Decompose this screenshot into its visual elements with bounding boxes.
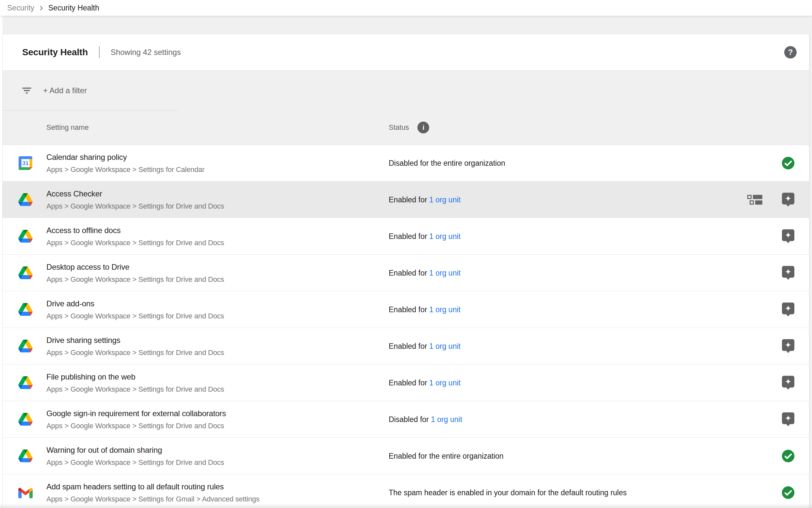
- setting-status: Enabled for 1 org unit: [389, 342, 461, 350]
- status-text: Enabled for: [389, 268, 429, 277]
- filter-bar: + Add a filter: [3, 71, 809, 111]
- chevron-right-icon: ›: [40, 2, 43, 12]
- svg-text:31: 31: [22, 160, 29, 166]
- setting-row[interactable]: Access Checker Apps > Google Workspace >…: [3, 181, 809, 218]
- column-setting-name: Setting name: [46, 123, 89, 132]
- setting-row[interactable]: Drive sharing settings Apps > Google Wor…: [3, 328, 809, 365]
- status-text: Disabled for: [389, 415, 431, 423]
- setting-status: Enabled for 1 org unit: [389, 232, 461, 241]
- setting-name: Drive sharing settings: [46, 336, 120, 345]
- setting-row[interactable]: Add spam headers setting to all default …: [3, 474, 809, 508]
- setting-name: Google sign-in requirement for external …: [46, 409, 226, 418]
- setting-name: Access to offline docs: [46, 226, 121, 235]
- drive-icon: [18, 449, 33, 464]
- title-divider: [99, 46, 100, 58]
- setting-row[interactable]: Google sign-in requirement for external …: [3, 401, 809, 438]
- setting-path: Apps > Google Workspace > Settings for D…: [46, 239, 224, 247]
- setting-name: Calendar sharing policy: [46, 153, 127, 162]
- setting-status: Enabled for the entire organization: [389, 452, 504, 460]
- setting-status: The spam header is enabled in your domai…: [389, 488, 627, 497]
- page-left-gutter: [0, 0, 2, 508]
- setting-row[interactable]: Desktop access to Drive Apps > Google Wo…: [3, 255, 809, 291]
- add-filter-button[interactable]: + Add a filter: [43, 86, 87, 95]
- setting-status: Disabled for the entire organization: [389, 159, 505, 167]
- recommendation-icon[interactable]: [781, 375, 796, 390]
- org-unit-link[interactable]: 1 org unit: [429, 378, 461, 387]
- setting-name: Desktop access to Drive: [46, 262, 129, 272]
- setting-name: Drive add-ons: [46, 299, 94, 308]
- setting-path: Apps > Google Workspace > Settings for D…: [46, 458, 224, 467]
- setting-status: Disabled for 1 org unit: [389, 415, 462, 424]
- table-header: Setting name Status i: [3, 111, 809, 144]
- status-text: Disabled for the entire organization: [389, 159, 505, 167]
- status-text: Enabled for: [389, 232, 429, 240]
- recommendation-icon[interactable]: [781, 265, 796, 280]
- recommendation-icon[interactable]: [781, 229, 796, 244]
- setting-path: Apps > Google Workspace > Settings for C…: [46, 165, 204, 174]
- setting-status: Enabled for 1 org unit: [389, 378, 461, 387]
- setting-status: Enabled for 1 org unit: [389, 305, 461, 314]
- status-text: The spam header is enabled in your domai…: [389, 488, 627, 497]
- drive-icon: [18, 192, 33, 207]
- org-unit-link[interactable]: 1 org unit: [429, 232, 461, 240]
- setting-path: Apps > Google Workspace > Settings for D…: [46, 422, 224, 430]
- drive-icon: [18, 412, 33, 427]
- setting-status: Enabled for 1 org unit: [389, 195, 461, 204]
- org-unit-link[interactable]: 1 org unit: [429, 342, 461, 350]
- card-header: Security Health Showing 42 settings ?: [3, 34, 809, 70]
- drive-icon: [18, 229, 33, 244]
- status-ok-icon: [781, 156, 796, 170]
- status-ok-icon: [781, 486, 796, 500]
- breadcrumb-current: Security Health: [48, 4, 99, 12]
- setting-path: Apps > Google Workspace > Settings for D…: [46, 275, 224, 284]
- recommendation-icon[interactable]: [781, 302, 796, 317]
- breadcrumb-parent-link[interactable]: Security: [7, 4, 34, 12]
- org-unit-link[interactable]: 1 org unit: [429, 268, 461, 277]
- status-text: Enabled for: [389, 305, 429, 313]
- rule-applied-icon: [747, 195, 762, 205]
- drive-icon: [18, 265, 33, 281]
- drive-icon: [18, 339, 33, 354]
- setting-path: Apps > Google Workspace > Settings for D…: [46, 348, 224, 357]
- status-text: Enabled for the entire organization: [389, 452, 504, 460]
- setting-row[interactable]: 31 Calendar sharing policy Apps > Google…: [3, 145, 809, 181]
- setting-name: Add spam headers setting to all default …: [46, 482, 224, 491]
- page-title: Security Health: [22, 47, 88, 57]
- setting-path: Apps > Google Workspace > Settings for G…: [46, 495, 260, 503]
- security-health-card: Security Health Showing 42 settings ? + …: [3, 34, 809, 508]
- org-unit-link[interactable]: 1 org unit: [431, 415, 462, 423]
- recommendation-icon[interactable]: [781, 339, 796, 353]
- recommendation-icon[interactable]: [781, 192, 796, 207]
- setting-row[interactable]: Warning for out of domain sharing Apps >…: [3, 438, 809, 474]
- setting-path: Apps > Google Workspace > Settings for D…: [46, 385, 224, 393]
- status-text: Enabled for: [389, 342, 429, 350]
- drive-icon: [18, 375, 33, 390]
- setting-row[interactable]: Access to offline docs Apps > Google Wor…: [3, 218, 809, 255]
- settings-count: Showing 42 settings: [111, 48, 181, 57]
- setting-row[interactable]: File publishing on the web Apps > Google…: [3, 365, 809, 401]
- gmail-icon: [18, 485, 33, 500]
- setting-name: File publishing on the web: [46, 372, 135, 381]
- status-ok-icon: [781, 449, 796, 463]
- setting-name: Access Checker: [46, 189, 102, 199]
- info-icon[interactable]: i: [418, 122, 429, 133]
- filter-list-icon[interactable]: [21, 85, 33, 96]
- calendar-icon: 31: [18, 156, 33, 171]
- column-status: Status: [389, 123, 409, 132]
- breadcrumb: Security › Security Health: [0, 0, 812, 16]
- setting-path: Apps > Google Workspace > Settings for D…: [46, 202, 224, 211]
- status-text: Enabled for: [389, 195, 429, 204]
- settings-list: 31 Calendar sharing policy Apps > Google…: [3, 145, 809, 508]
- drive-icon: [18, 302, 33, 317]
- setting-row[interactable]: Drive add-ons Apps > Google Workspace > …: [3, 291, 809, 328]
- help-icon[interactable]: ?: [784, 46, 797, 58]
- setting-status: Enabled for 1 org unit: [389, 268, 461, 277]
- org-unit-link[interactable]: 1 org unit: [429, 195, 461, 204]
- recommendation-icon[interactable]: [781, 412, 796, 427]
- status-text: Enabled for: [389, 378, 429, 387]
- filter-and-header-band: + Add a filter Setting name Status i: [3, 70, 809, 145]
- org-unit-link[interactable]: 1 org unit: [429, 305, 461, 313]
- setting-path: Apps > Google Workspace > Settings for D…: [46, 312, 224, 321]
- setting-name: Warning for out of domain sharing: [46, 446, 162, 455]
